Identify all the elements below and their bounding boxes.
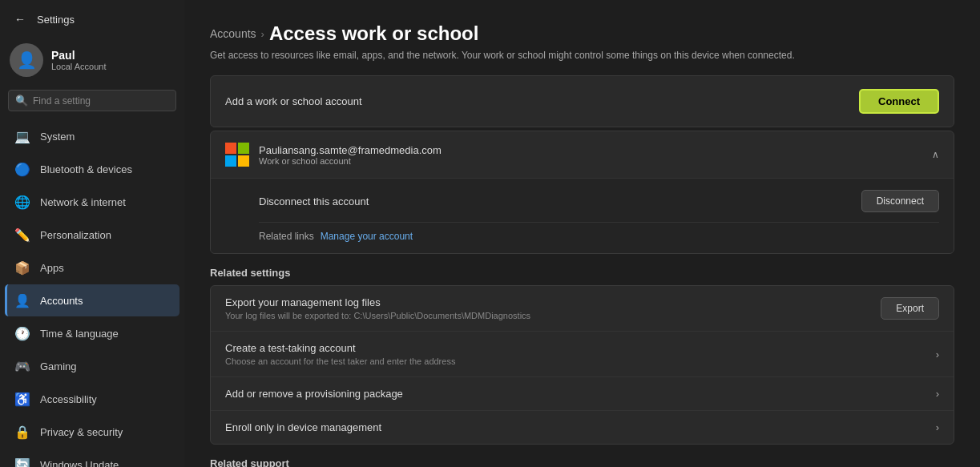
account-card-header[interactable]: Pauliansang.samte@framedmedia.com Work o… <box>211 131 954 178</box>
chevron-up-icon: ∧ <box>932 149 939 160</box>
sidebar-item-label: Time & language <box>40 328 119 340</box>
settings-item-left: Create a test-taking account Choose an a… <box>225 342 455 366</box>
settings-item-right: › <box>936 388 939 400</box>
export-button[interactable]: Export <box>881 297 939 320</box>
settings-item-title: Create a test-taking account <box>225 342 455 354</box>
apps-icon: 📦 <box>14 260 30 276</box>
sidebar-item-network[interactable]: 🌐 Network & internet <box>5 186 179 218</box>
accounts-icon: 👤 <box>14 292 30 308</box>
chevron-right-icon: › <box>936 348 939 360</box>
user-section: 👤 Paul Local Account <box>0 35 184 90</box>
sidebar-item-label: Network & internet <box>40 196 126 208</box>
settings-item-desc: Choose an account for the test taker and… <box>225 356 455 366</box>
page-title: Access work or school <box>269 22 478 45</box>
related-links-label: Related links <box>259 231 314 242</box>
settings-item-test-account[interactable]: Create a test-taking account Choose an a… <box>211 332 954 377</box>
main-content: Accounts › Access work or school Get acc… <box>184 0 980 467</box>
sidebar-item-system[interactable]: 💻 System <box>5 120 179 152</box>
add-account-row: Add a work or school account Connect <box>210 75 954 127</box>
sidebar-item-label: Gaming <box>40 360 77 372</box>
ms-logo-green <box>238 143 249 154</box>
back-button[interactable]: ← <box>10 10 30 29</box>
personalization-icon: ✏️ <box>14 227 30 243</box>
user-name: Paul <box>51 49 107 62</box>
settings-item-left: Add or remove a provisioning package <box>225 388 403 400</box>
sidebar: ← Settings 👤 Paul Local Account 🔍 💻 Syst… <box>0 0 184 467</box>
sidebar-item-personalization[interactable]: ✏️ Personalization <box>5 219 179 251</box>
related-support-title: Related support <box>210 457 954 467</box>
ms-logo-blue <box>225 155 236 167</box>
sidebar-item-label: Privacy & security <box>40 426 123 438</box>
microsoft-logo <box>225 143 249 167</box>
sidebar-item-label: Apps <box>40 262 64 274</box>
privacy-icon: 🔒 <box>14 424 30 440</box>
account-card-left: Pauliansang.samte@framedmedia.com Work o… <box>225 143 442 167</box>
page-description: Get access to resources like email, apps… <box>210 50 954 61</box>
sidebar-header: ← Settings <box>0 0 184 35</box>
ms-logo-red <box>225 143 236 154</box>
network-icon: 🌐 <box>14 194 30 210</box>
sidebar-item-label: Windows Update <box>40 459 119 468</box>
related-settings-title: Related settings <box>210 267 954 279</box>
search-input[interactable] <box>33 95 169 107</box>
settings-item-title: Add or remove a provisioning package <box>225 388 403 400</box>
sidebar-item-label: System <box>40 131 75 143</box>
gaming-icon: 🎮 <box>14 358 30 374</box>
nav-items: 💻 System 🔵 Bluetooth & devices 🌐 Network… <box>0 119 184 467</box>
disconnect-row: Disconnect this account Disconnect <box>259 190 939 212</box>
disconnect-label: Disconnect this account <box>259 195 369 207</box>
search-container: 🔍 <box>0 90 184 119</box>
sidebar-item-bluetooth[interactable]: 🔵 Bluetooth & devices <box>5 153 179 185</box>
time-icon: 🕐 <box>14 325 30 341</box>
settings-item-right: › <box>936 348 939 360</box>
sidebar-item-apps[interactable]: 📦 Apps <box>5 252 179 284</box>
account-email: Pauliansang.samte@framedmedia.com <box>259 144 442 156</box>
account-details: Pauliansang.samte@framedmedia.com Work o… <box>259 144 442 166</box>
search-box: 🔍 <box>8 90 176 111</box>
chevron-right-icon: › <box>936 388 939 400</box>
breadcrumb-separator: › <box>261 28 264 40</box>
sidebar-item-accessibility[interactable]: ♿ Accessibility <box>5 383 179 415</box>
sidebar-item-privacy[interactable]: 🔒 Privacy & security <box>5 416 179 448</box>
settings-item-export-logs[interactable]: Export your management log files Your lo… <box>211 286 954 332</box>
settings-item-left: Export your management log files Your lo… <box>225 296 530 320</box>
chevron-right-icon: › <box>936 421 939 433</box>
settings-item-right: › <box>936 421 939 433</box>
disconnect-button[interactable]: Disconnect <box>861 190 939 212</box>
sidebar-item-accounts[interactable]: 👤 Accounts <box>5 284 179 316</box>
user-info: Paul Local Account <box>51 49 107 71</box>
ms-logo-yellow <box>238 155 249 167</box>
sidebar-item-update[interactable]: 🔄 Windows Update <box>5 449 179 467</box>
settings-item-desc: Your log files will be exported to: C:\U… <box>225 311 530 320</box>
settings-item-enroll[interactable]: Enroll only in device management › <box>211 411 954 444</box>
sidebar-item-label: Accessibility <box>40 393 97 405</box>
breadcrumb-accounts-link[interactable]: Accounts <box>210 27 256 40</box>
update-icon: 🔄 <box>14 457 30 467</box>
settings-item-right: Export <box>881 297 939 320</box>
breadcrumb: Accounts › Access work or school <box>210 22 954 45</box>
bluetooth-icon: 🔵 <box>14 161 30 177</box>
settings-item-title: Enroll only in device management <box>225 421 381 433</box>
sidebar-item-label: Bluetooth & devices <box>40 163 132 175</box>
user-type: Local Account <box>51 62 107 71</box>
sidebar-item-time[interactable]: 🕐 Time & language <box>5 317 179 349</box>
sidebar-item-gaming[interactable]: 🎮 Gaming <box>5 350 179 382</box>
manage-account-link[interactable]: Manage your account <box>321 231 413 242</box>
app-title: Settings <box>37 14 75 26</box>
sidebar-item-label: Personalization <box>40 229 111 241</box>
system-icon: 💻 <box>14 128 30 144</box>
related-settings-list: Export your management log files Your lo… <box>210 285 954 445</box>
search-icon: 🔍 <box>15 95 28 107</box>
connect-button[interactable]: Connect <box>859 89 939 114</box>
settings-item-title: Export your management log files <box>225 296 530 308</box>
settings-item-left: Enroll only in device management <box>225 421 381 433</box>
add-account-label: Add a work or school account <box>225 95 362 107</box>
sidebar-item-label: Accounts <box>40 295 83 307</box>
settings-item-provisioning[interactable]: Add or remove a provisioning package › <box>211 377 954 411</box>
accessibility-icon: ♿ <box>14 391 30 407</box>
related-links-row: Related links Manage your account <box>259 222 939 242</box>
account-card-body: Disconnect this account Disconnect Relat… <box>211 178 954 253</box>
account-type: Work or school account <box>259 156 442 166</box>
work-account-card: Pauliansang.samte@framedmedia.com Work o… <box>210 131 954 254</box>
avatar: 👤 <box>10 43 43 77</box>
